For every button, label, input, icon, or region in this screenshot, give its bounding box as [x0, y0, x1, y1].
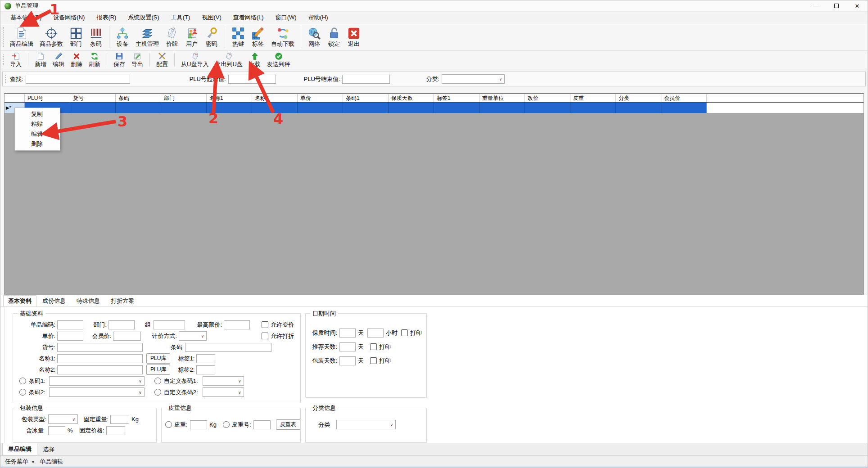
selected-row-cell-category[interactable]: [616, 103, 661, 113]
barcode-button[interactable]: 条码: [86, 26, 106, 48]
menu-item-view[interactable]: 视图(V): [196, 12, 226, 23]
detail-tab[interactable]: 特殊信息: [72, 295, 105, 306]
selected-row-cell-weight-unit[interactable]: [479, 103, 525, 113]
column-header-barcode[interactable]: 条码: [116, 94, 161, 102]
upload-button[interactable]: 上载: [246, 51, 264, 68]
plu-lib-button-1[interactable]: PLU库: [146, 353, 170, 364]
refresh-button[interactable]: 刷新: [86, 51, 104, 68]
column-header-member-price[interactable]: 会员价: [661, 94, 707, 102]
custom-barcode1-radio[interactable]: [154, 378, 161, 384]
column-header-price[interactable]: 单价: [298, 94, 343, 102]
package-days-input[interactable]: [339, 356, 356, 365]
edit-button[interactable]: 编辑: [50, 51, 68, 68]
item-no-input[interactable]: [57, 343, 143, 352]
allow-discount-checkbox[interactable]: [262, 333, 268, 339]
fixed-price-input[interactable]: [106, 426, 125, 435]
lock-button[interactable]: 锁定: [324, 26, 344, 48]
barcode2-dropdown[interactable]: [49, 387, 145, 397]
column-header-tare[interactable]: 皮重: [570, 94, 616, 102]
minimize-button[interactable]: [805, 0, 826, 11]
detail-tab[interactable]: 打折方案: [106, 295, 139, 306]
tag2-input[interactable]: [196, 365, 215, 374]
selected-row-cell-member-price[interactable]: [661, 103, 707, 113]
import-button[interactable]: 导入: [7, 51, 25, 68]
table-empty-area[interactable]: [5, 113, 863, 295]
selected-row-cell-barcode[interactable]: [116, 103, 161, 113]
device-button[interactable]: 设备: [113, 26, 132, 48]
column-header-name1[interactable]: 名称1: [207, 94, 252, 102]
context-menu-item-paste[interactable]: 粘贴: [15, 119, 60, 129]
custom-barcode2-dropdown[interactable]: [203, 387, 244, 397]
product-edit-button[interactable]: 商品编辑: [7, 26, 36, 48]
tare-no-radio[interactable]: [223, 421, 230, 428]
password-button[interactable]: 密码: [202, 26, 222, 48]
bottom-tab[interactable]: 单品编辑: [2, 443, 37, 455]
search-input[interactable]: [26, 75, 130, 84]
barcode1-radio[interactable]: [19, 378, 26, 384]
menu-item-help[interactable]: 帮助(H): [303, 12, 334, 23]
price-tag-button[interactable]: 价牌: [162, 26, 182, 48]
bottom-tab[interactable]: 选择: [37, 443, 60, 455]
allow-price-change-checkbox[interactable]: [262, 321, 268, 328]
export-button[interactable]: 导出: [128, 51, 146, 68]
column-header-shelf-days[interactable]: 保质天数: [389, 94, 434, 102]
config-button[interactable]: 配置: [153, 51, 171, 68]
selected-row-cell-name1[interactable]: [207, 103, 252, 113]
label-button[interactable]: 标签: [248, 26, 268, 48]
context-menu-item-delete[interactable]: 删除: [15, 139, 60, 149]
exit-button[interactable]: 退出: [344, 26, 364, 48]
usb-export-button[interactable]: 导出到U盘: [212, 51, 245, 68]
selected-row-cell-item-no[interactable]: [70, 103, 116, 113]
barcode-input[interactable]: [185, 343, 271, 352]
users-button[interactable]: 用户: [182, 26, 202, 48]
name1-input[interactable]: [57, 354, 143, 363]
tag1-input[interactable]: [196, 354, 215, 363]
barcode1-dropdown[interactable]: [49, 376, 145, 386]
max-price-input[interactable]: [224, 320, 250, 329]
selected-row-cell-dept[interactable]: [161, 103, 207, 113]
menu-item-tools[interactable]: 工具(T): [166, 12, 196, 23]
group-input[interactable]: [154, 320, 185, 329]
auto-download-button[interactable]: 自动下载: [268, 26, 298, 48]
selected-row-cell-label1[interactable]: [434, 103, 479, 113]
close-button[interactable]: ✕: [847, 0, 868, 11]
shelf-print-checkbox[interactable]: [401, 329, 408, 336]
hotkey-button[interactable]: 热键: [228, 26, 248, 48]
product-params-button[interactable]: 商品参数: [36, 26, 66, 48]
menu-item-device-network[interactable]: 设备网络(N): [48, 12, 90, 23]
custom-barcode1-dropdown[interactable]: [203, 376, 244, 386]
category-filter-dropdown[interactable]: [442, 74, 505, 84]
selected-row-cell-tare[interactable]: [570, 103, 616, 113]
tare-table-button[interactable]: 皮重表: [276, 419, 300, 430]
menu-item-report[interactable]: 报表(R): [91, 12, 122, 23]
dept-input[interactable]: [108, 320, 135, 329]
task-menu[interactable]: 任务菜单: [5, 458, 28, 466]
shelf-hours-input[interactable]: [367, 328, 384, 338]
item-code-input[interactable]: [57, 320, 83, 329]
menu-item-system-settings[interactable]: 系统设置(S): [122, 12, 164, 23]
column-header-change-price[interactable]: 改价: [525, 94, 570, 102]
send-to-scale-button[interactable]: 发送到秤: [264, 51, 294, 68]
selected-row-cell-name2[interactable]: [252, 103, 298, 113]
custom-barcode2-radio[interactable]: [154, 389, 161, 396]
department-button[interactable]: 部门: [66, 26, 86, 48]
context-menu-item-copy[interactable]: 复制: [15, 109, 60, 119]
selected-row-cell-shelf-days[interactable]: [389, 103, 434, 113]
network-button[interactable]: 网络: [304, 26, 324, 48]
column-header-plu[interactable]: PLU号: [25, 94, 70, 102]
column-header-weight-unit[interactable]: 重量单位: [479, 94, 525, 102]
restore-button[interactable]: [826, 0, 847, 11]
detail-tab[interactable]: 基本资料: [3, 295, 36, 306]
price-input[interactable]: [57, 332, 83, 341]
column-header-category[interactable]: 分类: [616, 94, 661, 102]
context-menu-item-edit[interactable]: 编辑: [15, 129, 60, 139]
menu-item-view-network[interactable]: 查看网络(L): [228, 12, 269, 23]
usb-import-button[interactable]: 从U盘导入: [178, 51, 212, 68]
name2-input[interactable]: [57, 365, 143, 374]
fixed-weight-input[interactable]: [110, 415, 129, 424]
recommend-days-input[interactable]: [339, 342, 356, 351]
category-dropdown[interactable]: [336, 420, 396, 429]
selected-row-cell-barcode1[interactable]: [343, 103, 389, 113]
tare-input[interactable]: [190, 420, 207, 429]
barcode2-radio[interactable]: [19, 389, 26, 396]
